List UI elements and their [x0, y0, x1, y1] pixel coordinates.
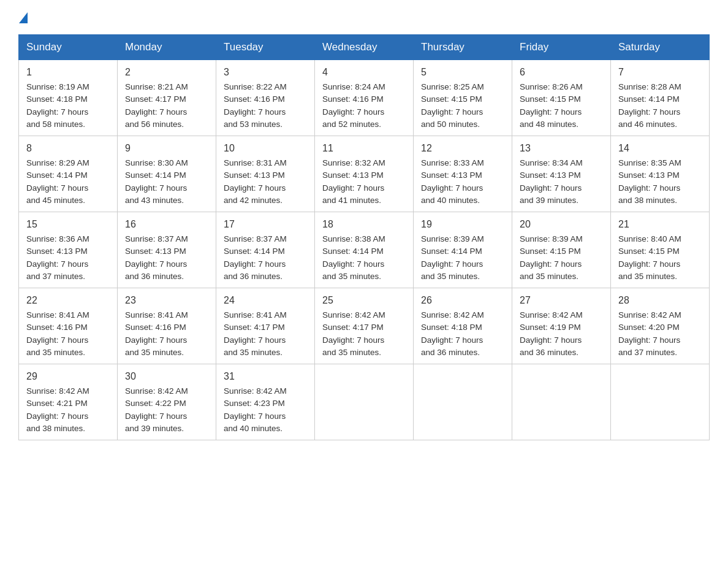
calendar-cell: 26Sunrise: 8:42 AMSunset: 4:18 PMDayligh…	[414, 288, 512, 364]
calendar-cell	[414, 364, 512, 440]
calendar-cell: 20Sunrise: 8:39 AMSunset: 4:15 PMDayligh…	[512, 212, 611, 288]
day-number: 15	[26, 217, 110, 232]
calendar-week-row: 15Sunrise: 8:36 AMSunset: 4:13 PMDayligh…	[19, 212, 710, 288]
calendar-cell: 19Sunrise: 8:39 AMSunset: 4:14 PMDayligh…	[414, 212, 512, 288]
calendar-cell: 11Sunrise: 8:32 AMSunset: 4:13 PMDayligh…	[315, 136, 414, 212]
calendar-cell: 14Sunrise: 8:35 AMSunset: 4:13 PMDayligh…	[611, 136, 710, 212]
col-header-monday: Monday	[118, 35, 216, 60]
calendar-cell: 23Sunrise: 8:41 AMSunset: 4:16 PMDayligh…	[118, 288, 216, 364]
calendar-cell: 18Sunrise: 8:38 AMSunset: 4:14 PMDayligh…	[315, 212, 414, 288]
calendar-cell	[512, 364, 611, 440]
col-header-friday: Friday	[512, 35, 611, 60]
calendar-cell: 5Sunrise: 8:25 AMSunset: 4:15 PMDaylight…	[414, 60, 512, 136]
day-number: 20	[520, 217, 603, 232]
day-number: 12	[421, 141, 504, 156]
col-header-wednesday: Wednesday	[315, 35, 414, 60]
calendar-week-row: 29Sunrise: 8:42 AMSunset: 4:21 PMDayligh…	[19, 364, 710, 440]
calendar-cell: 22Sunrise: 8:41 AMSunset: 4:16 PMDayligh…	[19, 288, 118, 364]
calendar-cell: 21Sunrise: 8:40 AMSunset: 4:15 PMDayligh…	[611, 212, 710, 288]
calendar-cell: 25Sunrise: 8:42 AMSunset: 4:17 PMDayligh…	[315, 288, 414, 364]
col-header-saturday: Saturday	[611, 35, 710, 60]
col-header-sunday: Sunday	[19, 35, 118, 60]
calendar-cell: 13Sunrise: 8:34 AMSunset: 4:13 PMDayligh…	[512, 136, 611, 212]
day-number: 28	[618, 293, 702, 308]
calendar-cell: 17Sunrise: 8:37 AMSunset: 4:14 PMDayligh…	[216, 212, 315, 288]
calendar-cell: 10Sunrise: 8:31 AMSunset: 4:13 PMDayligh…	[216, 136, 315, 212]
day-number: 3	[224, 65, 307, 80]
calendar-cell	[315, 364, 414, 440]
calendar-cell: 6Sunrise: 8:26 AMSunset: 4:15 PMDaylight…	[512, 60, 611, 136]
calendar-cell: 4Sunrise: 8:24 AMSunset: 4:16 PMDaylight…	[315, 60, 414, 136]
day-number: 14	[618, 141, 702, 156]
calendar-week-row: 8Sunrise: 8:29 AMSunset: 4:14 PMDaylight…	[19, 136, 710, 212]
calendar-table: SundayMondayTuesdayWednesdayThursdayFrid…	[18, 34, 710, 440]
calendar-cell: 30Sunrise: 8:42 AMSunset: 4:22 PMDayligh…	[118, 364, 216, 440]
day-number: 4	[322, 65, 406, 80]
calendar-cell	[611, 364, 710, 440]
day-number: 24	[224, 293, 307, 308]
logo	[18, 12, 28, 22]
day-number: 9	[125, 141, 208, 156]
day-number: 13	[520, 141, 603, 156]
day-number: 1	[26, 65, 110, 80]
calendar-cell: 12Sunrise: 8:33 AMSunset: 4:13 PMDayligh…	[414, 136, 512, 212]
day-number: 30	[125, 369, 208, 384]
col-header-thursday: Thursday	[414, 35, 512, 60]
day-number: 17	[224, 217, 307, 232]
calendar-cell: 1Sunrise: 8:19 AMSunset: 4:18 PMDaylight…	[19, 60, 118, 136]
day-number: 22	[26, 293, 110, 308]
col-header-tuesday: Tuesday	[216, 35, 315, 60]
calendar-week-row: 1Sunrise: 8:19 AMSunset: 4:18 PMDaylight…	[19, 60, 710, 136]
day-number: 29	[26, 369, 110, 384]
day-number: 31	[224, 369, 307, 384]
page-header	[18, 12, 710, 22]
calendar-cell: 2Sunrise: 8:21 AMSunset: 4:17 PMDaylight…	[118, 60, 216, 136]
day-number: 19	[421, 217, 504, 232]
calendar-cell: 9Sunrise: 8:30 AMSunset: 4:14 PMDaylight…	[118, 136, 216, 212]
day-number: 8	[26, 141, 110, 156]
day-number: 23	[125, 293, 208, 308]
calendar-cell: 3Sunrise: 8:22 AMSunset: 4:16 PMDaylight…	[216, 60, 315, 136]
day-number: 11	[322, 141, 406, 156]
calendar-cell: 24Sunrise: 8:41 AMSunset: 4:17 PMDayligh…	[216, 288, 315, 364]
day-number: 5	[421, 65, 504, 80]
calendar-cell: 16Sunrise: 8:37 AMSunset: 4:13 PMDayligh…	[118, 212, 216, 288]
calendar-cell: 28Sunrise: 8:42 AMSunset: 4:20 PMDayligh…	[611, 288, 710, 364]
day-number: 2	[125, 65, 208, 80]
calendar-cell: 7Sunrise: 8:28 AMSunset: 4:14 PMDaylight…	[611, 60, 710, 136]
logo-line1	[18, 12, 28, 22]
logo-arrow-icon	[19, 12, 28, 23]
calendar-cell: 27Sunrise: 8:42 AMSunset: 4:19 PMDayligh…	[512, 288, 611, 364]
day-number: 10	[224, 141, 307, 156]
day-number: 26	[421, 293, 504, 308]
calendar-cell: 29Sunrise: 8:42 AMSunset: 4:21 PMDayligh…	[19, 364, 118, 440]
day-number: 25	[322, 293, 406, 308]
calendar-header-row: SundayMondayTuesdayWednesdayThursdayFrid…	[19, 35, 710, 60]
day-number: 27	[520, 293, 603, 308]
calendar-cell: 8Sunrise: 8:29 AMSunset: 4:14 PMDaylight…	[19, 136, 118, 212]
day-number: 16	[125, 217, 208, 232]
day-number: 21	[618, 217, 702, 232]
day-number: 18	[322, 217, 406, 232]
calendar-cell: 15Sunrise: 8:36 AMSunset: 4:13 PMDayligh…	[19, 212, 118, 288]
day-number: 7	[618, 65, 702, 80]
calendar-cell: 31Sunrise: 8:42 AMSunset: 4:23 PMDayligh…	[216, 364, 315, 440]
day-number: 6	[520, 65, 603, 80]
calendar-week-row: 22Sunrise: 8:41 AMSunset: 4:16 PMDayligh…	[19, 288, 710, 364]
